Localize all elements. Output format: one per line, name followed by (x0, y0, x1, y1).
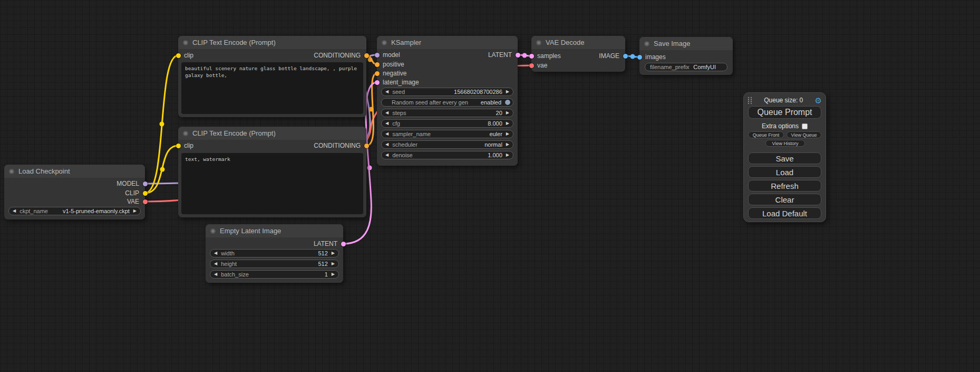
port-dot-conditioning[interactable] (375, 71, 380, 76)
port-dot-conditioning[interactable] (364, 144, 369, 148)
output-port-clip[interactable]: CLIP (4, 189, 145, 197)
decrement-icon[interactable]: ◀ (385, 121, 389, 126)
increment-icon[interactable]: ▶ (506, 90, 509, 94)
node-titlebar[interactable]: KSampler (377, 36, 518, 49)
cfg-widget[interactable]: ◀ cfg 8.000 ▶ (381, 119, 513, 128)
node-titlebar[interactable]: VAE Decode (531, 36, 625, 49)
node-titlebar[interactable]: Empty Latent Image (206, 224, 343, 237)
output-port-vae[interactable]: VAE (4, 197, 145, 206)
node-empty-latent-image[interactable]: Empty Latent Image LATENT ◀ width 512 ▶ … (206, 224, 343, 283)
output-port-image[interactable]: IMAGE (531, 52, 625, 60)
collapse-icon[interactable] (210, 228, 216, 234)
increment-icon[interactable]: ▶ (506, 153, 509, 157)
decrement-icon[interactable]: ◀ (385, 111, 389, 115)
collapse-icon[interactable] (183, 131, 188, 136)
increment-icon[interactable]: ▶ (332, 251, 335, 255)
height-widget[interactable]: ◀ height 512 ▶ (210, 260, 339, 268)
collapse-icon[interactable] (183, 40, 188, 45)
collapse-icon[interactable] (536, 40, 541, 45)
next-value-icon[interactable]: ▶ (506, 132, 509, 136)
port-dot-model[interactable] (143, 182, 148, 186)
node-titlebar[interactable]: CLIP Text Encode (Prompt) (178, 127, 366, 140)
collapse-icon[interactable] (9, 169, 14, 174)
port-dot-image[interactable] (637, 55, 642, 60)
load-button[interactable]: Load (748, 166, 821, 178)
negative-prompt-textarea[interactable]: text, watermark (181, 153, 363, 214)
load-default-button[interactable]: Load Default (748, 207, 821, 219)
port-dot-conditioning[interactable] (364, 53, 369, 58)
view-queue-button[interactable]: View Queue (787, 131, 821, 138)
next-value-icon[interactable]: ▶ (133, 209, 137, 213)
node-clip-text-encode-negative[interactable]: CLIP Text Encode (Prompt) clip CONDITION… (178, 127, 366, 217)
next-value-icon[interactable]: ▶ (506, 142, 509, 147)
output-port-conditioning[interactable]: CONDITIONING (178, 51, 366, 60)
settings-gear-icon[interactable]: ⚙ (815, 97, 822, 104)
drag-handle-icon[interactable] (748, 97, 752, 104)
input-port-images[interactable]: images (639, 53, 733, 61)
port-dot-vae[interactable] (143, 199, 148, 204)
queue-front-button[interactable]: Queue Front (748, 131, 784, 138)
refresh-button[interactable]: Refresh (748, 180, 821, 192)
clear-button[interactable]: Clear (748, 194, 821, 205)
view-history-button[interactable]: View History (765, 140, 805, 147)
save-button[interactable]: Save (748, 152, 821, 164)
denoise-widget[interactable]: ◀ denoise 1.000 ▶ (381, 151, 513, 159)
extra-options-checkbox[interactable] (802, 123, 808, 129)
collapse-icon[interactable] (644, 41, 649, 46)
increment-icon[interactable]: ▶ (506, 121, 509, 126)
node-clip-text-encode-positive[interactable]: CLIP Text Encode (Prompt) clip CONDITION… (178, 36, 366, 117)
queue-prompt-button[interactable]: Queue Prompt (748, 106, 821, 119)
link-midpoint-dot (522, 53, 527, 58)
collapse-icon[interactable] (382, 40, 387, 45)
widget-value: 512 (318, 261, 327, 267)
output-port-conditioning[interactable]: CONDITIONING (178, 141, 366, 150)
port-dot-clip[interactable] (143, 191, 148, 196)
increment-icon[interactable]: ▶ (332, 262, 335, 266)
seed-widget[interactable]: ◀ seed 156680208700286 ▶ (381, 88, 513, 96)
output-port-latent[interactable]: LATENT (206, 240, 343, 248)
input-port-latent-image[interactable]: latent_image (377, 78, 518, 87)
widget-value: 1 (325, 271, 328, 278)
node-load-checkpoint[interactable]: Load Checkpoint MODEL CLIP VAE ◀ ckpt_na… (4, 165, 145, 220)
scheduler-widget[interactable]: ◀ scheduler normal ▶ (381, 140, 513, 149)
output-port-latent[interactable]: LATENT (377, 51, 518, 59)
decrement-icon[interactable]: ◀ (214, 251, 217, 255)
decrement-icon[interactable]: ◀ (214, 272, 217, 276)
prev-value-icon[interactable]: ◀ (385, 132, 389, 136)
steps-widget[interactable]: ◀ steps 20 ▶ (381, 109, 513, 117)
node-titlebar[interactable]: Save Image (639, 37, 733, 50)
port-dot-image[interactable] (623, 54, 628, 59)
batch-size-widget[interactable]: ◀ batch_size 1 ▶ (210, 270, 339, 279)
widget-value: ComfyUI (693, 64, 716, 70)
input-port-positive[interactable]: positive (377, 60, 518, 69)
filename-prefix-widget[interactable]: filename_prefix ComfyUI (645, 63, 727, 71)
node-vae-decode[interactable]: VAE Decode samples vae IMAGE (531, 36, 625, 72)
decrement-icon[interactable]: ◀ (385, 153, 389, 157)
port-label: VAE (127, 198, 139, 205)
prev-value-icon[interactable]: ◀ (13, 209, 16, 213)
decrement-icon[interactable]: ◀ (214, 262, 217, 266)
port-dot-conditioning[interactable] (375, 62, 380, 67)
increment-icon[interactable]: ▶ (332, 272, 335, 276)
output-port-model[interactable]: MODEL (4, 179, 145, 188)
node-titlebar[interactable]: Load Checkpoint (4, 165, 145, 178)
random-seed-widget[interactable]: Random seed after every gen enabled (381, 98, 513, 107)
node-ksampler[interactable]: KSampler model positive negative latent_… (377, 36, 518, 166)
node-titlebar[interactable]: CLIP Text Encode (Prompt) (178, 36, 366, 49)
ckpt-name-widget[interactable]: ◀ ckpt_name v1-5-pruned-emaonly.ckpt ▶ (8, 207, 141, 215)
width-widget[interactable]: ◀ width 512 ▶ (210, 249, 339, 257)
input-port-negative[interactable]: negative (377, 69, 518, 78)
node-save-image[interactable]: Save Image images filename_prefix ComfyU… (639, 37, 733, 75)
port-dot-vae[interactable] (529, 63, 534, 68)
port-dot-latent[interactable] (375, 80, 380, 85)
input-port-vae[interactable]: vae (531, 61, 625, 70)
decrement-icon[interactable]: ◀ (385, 90, 389, 94)
node-graph-canvas[interactable]: Load Checkpoint MODEL CLIP VAE ◀ ckpt_na… (0, 0, 980, 372)
sampler-name-widget[interactable]: ◀ sampler_name euler ▶ (381, 130, 513, 138)
port-dot-latent[interactable] (516, 53, 520, 58)
positive-prompt-textarea[interactable]: beautiful scenery nature glass bottle la… (181, 62, 363, 114)
port-dot-latent[interactable] (341, 242, 346, 246)
increment-icon[interactable]: ▶ (506, 111, 509, 115)
toggle-dot-icon[interactable] (505, 100, 510, 105)
prev-value-icon[interactable]: ◀ (385, 142, 389, 147)
